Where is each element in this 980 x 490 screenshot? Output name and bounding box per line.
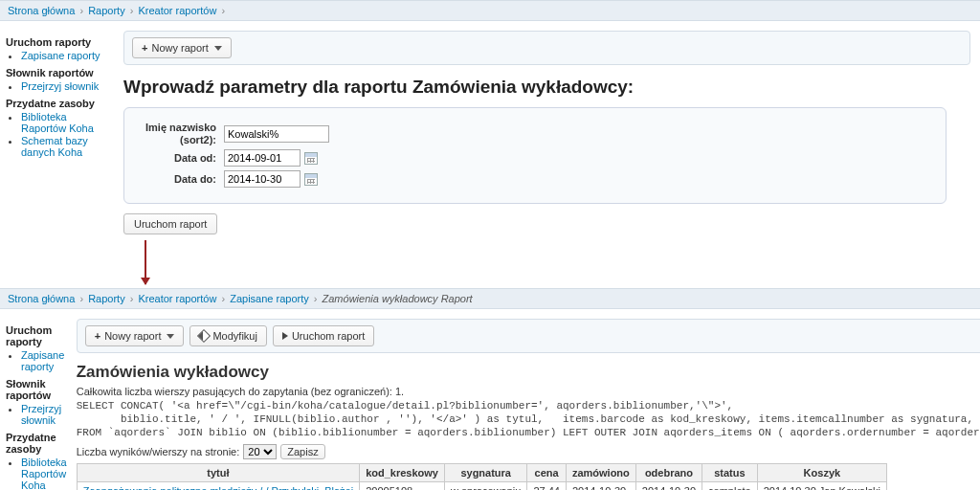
col-barcode: kod_kreskowy — [360, 463, 445, 481]
calendar-icon[interactable] — [304, 152, 318, 165]
table-row: Zaangażowania polityczne młodzieży / / P… — [77, 481, 886, 490]
crumb-wizard[interactable]: Kreator raportów — [138, 293, 216, 304]
sql-text: SELECT CONCAT( '<a href=\"/cgi-bin/koha/… — [77, 400, 980, 439]
new-report-button[interactable]: + Nowy raport — [132, 37, 232, 58]
run-report-button[interactable]: Uruchom raport — [273, 325, 374, 346]
cell-ordered: 2014-10-30 — [566, 481, 635, 490]
crumb-saved[interactable]: Zapisane raporty — [230, 293, 309, 304]
run-report-button[interactable]: Uruchom raport — [123, 213, 217, 234]
col-signature: sygnatura — [445, 463, 527, 481]
label-date-from: Data od: — [138, 152, 224, 165]
col-basket: Koszyk — [757, 463, 886, 481]
col-status: status — [702, 463, 758, 481]
sidebar-heading-dict: Słownik raportów — [6, 67, 114, 78]
modify-button[interactable]: Modyfikuj — [189, 325, 266, 346]
cell-basket: 2014.10.30 Jan Kowalski — [757, 481, 886, 490]
input-name[interactable] — [224, 125, 329, 143]
col-received: odebrano — [635, 463, 702, 481]
breadcrumb: Strona główna › Raporty › Kreator raport… — [0, 288, 980, 309]
cell-received: 2014-10-30 — [635, 481, 702, 490]
label-name: Imię nazwisko (sort2): — [138, 122, 224, 145]
crumb-current: Zamówienia wykładowcy Raport — [323, 293, 473, 304]
crumb-sep: › — [79, 5, 83, 16]
crumb-reports[interactable]: Raporty — [88, 5, 125, 16]
cell-price: 27.44 — [527, 481, 567, 490]
plus-icon: + — [95, 330, 100, 342]
crumb-sep: › — [221, 5, 225, 16]
modify-label: Modyfikuj — [212, 330, 256, 342]
crumb-sep: › — [130, 5, 134, 16]
arrow-down-icon — [145, 240, 146, 284]
plus-icon: + — [142, 42, 147, 54]
sidebar-heading-resources: Przydatne zasoby — [6, 432, 67, 455]
sidebar-item-browse-dict[interactable]: Przejrzyj słownik — [21, 403, 61, 426]
new-report-label: Nowy raport — [104, 330, 161, 342]
sidebar-item-koha-lib[interactable]: Biblioteka Raportów Koha — [21, 457, 67, 490]
breadcrumb: Strona główna › Raporty › Kreator raport… — [0, 0, 980, 21]
sidebar-item-koha-schema[interactable]: Schemat bazy danych Koha — [21, 135, 88, 158]
calendar-icon[interactable] — [304, 173, 318, 186]
toolbar: + Nowy raport — [123, 31, 970, 65]
table-header-row: tytuł kod_kreskowy sygnatura cena zamówi… — [77, 463, 886, 481]
label-date-to: Data do: — [138, 173, 224, 186]
sidebar-item-koha-lib[interactable]: Biblioteka Raportów Koha — [21, 111, 94, 134]
run-report-label: Uruchom raport — [292, 330, 365, 342]
sidebar-item-browse-dict[interactable]: Przejrzyj słownik — [21, 80, 99, 92]
sidebar-heading-resources: Przydatne zasoby — [6, 98, 114, 109]
chevron-down-icon — [167, 334, 174, 339]
sidebar: Uruchom raporty Zapisane raporty Słownik… — [0, 309, 73, 490]
sidebar: Uruchom raporty Zapisane raporty Słownik… — [0, 21, 120, 288]
col-ordered: zamówiono — [566, 463, 635, 481]
crumb-home[interactable]: Strona główna — [8, 293, 75, 304]
result-title-link[interactable]: Zaangażowania polityczne młodzieży / / P… — [83, 485, 353, 490]
col-price: cena — [527, 463, 567, 481]
sidebar-heading-run: Uruchom raporty — [6, 324, 67, 347]
input-date-from[interactable] — [224, 149, 301, 167]
sidebar-heading-dict: Słownik raportów — [6, 378, 67, 401]
rows-per-page-label: Liczba wyników/wierszy na stronie: — [77, 446, 240, 457]
play-icon — [282, 332, 288, 340]
rows-per-page-select[interactable]: 20 — [243, 444, 277, 459]
cell-barcode: 20005108 — [360, 481, 445, 490]
new-report-button[interactable]: + Nowy raport — [85, 325, 185, 346]
col-title: tytuł — [77, 463, 359, 481]
sidebar-item-saved[interactable]: Zapisane raporty — [21, 349, 64, 372]
results-table: tytuł kod_kreskowy sygnatura cena zamówi… — [77, 463, 887, 490]
input-date-to[interactable] — [224, 170, 301, 188]
save-button[interactable]: Zapisz — [280, 444, 324, 459]
new-report-label: Nowy raport — [151, 42, 208, 54]
sidebar-heading-run: Uruchom raporty — [6, 36, 114, 48]
cell-status: complete — [702, 481, 758, 490]
report-title: Zamówienia wykładowcy — [77, 363, 980, 382]
crumb-home[interactable]: Strona główna — [8, 5, 75, 16]
toolbar: + Nowy raport Modyfikuj Uruchom raport — [77, 319, 980, 353]
summary-text: Całkowita liczba wierszy pasujących do z… — [77, 386, 980, 397]
pencil-icon — [197, 329, 211, 343]
chevron-down-icon — [214, 46, 222, 51]
params-fieldset: Imię nazwisko (sort2): Data od: Data do: — [123, 107, 947, 204]
sidebar-item-saved[interactable]: Zapisane raporty — [21, 50, 100, 61]
crumb-reports[interactable]: Raporty — [88, 293, 125, 304]
crumb-wizard[interactable]: Kreator raportów — [138, 5, 216, 16]
cell-signature: w opracowaniu — [445, 481, 527, 490]
page-title: Wprowadź parametry dla raportu Zamówieni… — [123, 77, 970, 98]
